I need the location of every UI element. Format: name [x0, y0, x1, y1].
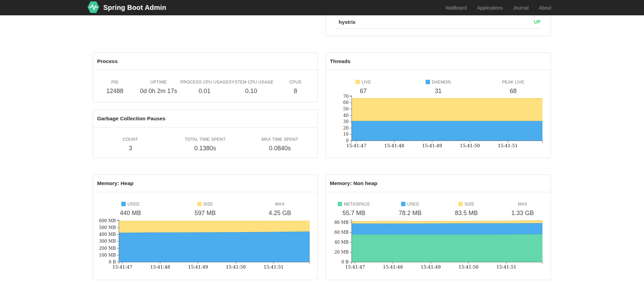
metric-value: 3 [93, 145, 168, 152]
svg-text:60: 60 [343, 100, 349, 105]
legend-swatch-used [401, 202, 405, 206]
metric-label: PID [93, 80, 137, 85]
metric-value: 0d 0h 2m 17s [137, 88, 180, 95]
svg-text:15:41:51: 15:41:51 [264, 264, 283, 270]
metric-label: USED [382, 202, 438, 207]
svg-text:100 MB: 100 MB [99, 253, 116, 258]
svg-text:15:41:50: 15:41:50 [459, 264, 478, 270]
metric-label: DAEMON [401, 80, 476, 85]
metric-label: SYSTEM CPU USAGE [229, 80, 274, 85]
metric-label: USED [93, 202, 168, 207]
metric-label: CPUS [274, 80, 317, 85]
svg-text:15:41:51: 15:41:51 [496, 264, 516, 270]
brand-title: Spring Boot Admin [103, 4, 166, 12]
metric-label: TOTAL TIME SPENT [168, 137, 242, 142]
metric-label: METASPACE [326, 202, 382, 207]
svg-text:15:41:48: 15:41:48 [150, 264, 170, 270]
metric-uptime: UPTIME 0d 0h 2m 17s [137, 80, 180, 95]
metric-label: COUNT [93, 137, 168, 142]
svg-text:0 B: 0 B [109, 259, 116, 264]
application-status-card: hystrix UP [325, 15, 551, 36]
metric-gc-count: COUNT 3 [93, 137, 168, 152]
metric-label: SIZE [168, 202, 242, 207]
nav-link-about[interactable]: About [534, 5, 551, 11]
svg-text:300 MB: 300 MB [99, 239, 116, 244]
svg-text:15:41:49: 15:41:49 [188, 264, 208, 270]
card-title: Memory: Non heap [326, 175, 551, 192]
metric-label-text: USED [127, 202, 140, 207]
svg-text:50: 50 [343, 106, 349, 111]
metric-heap-max: MAX 4.25 GB [243, 202, 317, 217]
svg-text:0: 0 [346, 138, 349, 143]
metric-gc-total-time: TOTAL TIME SPENT 0.1380s [168, 137, 242, 152]
svg-text:15:41:47: 15:41:47 [345, 264, 365, 270]
svg-text:15:41:48: 15:41:48 [383, 264, 403, 270]
process-metrics: PID 12488 UPTIME 0d 0h 2m 17s PROCESS CP… [93, 70, 317, 95]
metric-nonheap-max: MAX 1.33 GB [494, 202, 551, 217]
metric-label: MAX [243, 202, 317, 207]
heap-chart: 0 B100 MB200 MB300 MB400 MB500 MB600 MB1… [93, 216, 318, 277]
legend-swatch-metaspace [338, 202, 342, 206]
metric-label: MAX [494, 202, 551, 207]
svg-text:15:41:47: 15:41:47 [112, 264, 132, 270]
metric-value: 0.0840s [243, 145, 317, 152]
gc-metrics: COUNT 3 TOTAL TIME SPENT 0.1380s MAX TIM… [93, 127, 317, 152]
nav-link-wallboard[interactable]: Wallboard [440, 5, 472, 11]
nav-link-journal[interactable]: Journal [508, 5, 534, 11]
metric-nonheap-size: SIZE 83.5 MB [438, 202, 494, 217]
metric-process-cpu: PROCESS CPU USAGE 0.01 [180, 80, 229, 95]
svg-text:15:41:47: 15:41:47 [347, 143, 366, 148]
svg-text:40 MB: 40 MB [334, 240, 349, 245]
metric-label-text: SIZE [203, 202, 213, 207]
svg-text:15:41:48: 15:41:48 [384, 143, 404, 148]
metric-label-text: SIZE [464, 202, 474, 207]
metric-pid: PID 12488 [93, 80, 137, 95]
metric-value: 0.10 [229, 88, 274, 95]
metric-label-text: USED [407, 202, 419, 207]
card-title: Garbage Collection Pauses [93, 110, 317, 127]
metric-label: MAX TIME SPENT [243, 137, 317, 142]
metric-system-cpu: SYSTEM CPU USAGE 0.10 [229, 80, 274, 95]
metric-value: 8 [274, 88, 317, 95]
status-badge: UP [534, 19, 541, 25]
metric-label: PEAK LIVE [476, 80, 551, 85]
memory-nonheap-card: Memory: Non heap METASPACE 55.7 MB USED … [325, 174, 551, 280]
legend-swatch-live [355, 80, 360, 84]
svg-text:15:41:49: 15:41:49 [421, 264, 441, 270]
nonheap-metrics: METASPACE 55.7 MB USED 78.2 MB SIZE 83.5… [326, 192, 551, 217]
svg-text:40: 40 [343, 113, 349, 118]
metric-gc-max-time: MAX TIME SPENT 0.0840s [243, 137, 317, 152]
svg-text:30: 30 [343, 119, 349, 124]
brand[interactable]: Spring Boot Admin [88, 1, 166, 15]
metric-label: PROCESS CPU USAGE [180, 80, 229, 85]
threads-card: Threads LIVE 67 DAEMON 31 PEAK LIVE 68 0… [325, 52, 551, 158]
metric-label-text: DAEMON [432, 80, 451, 85]
svg-text:0 B: 0 B [341, 259, 349, 264]
svg-text:15:41:50: 15:41:50 [460, 143, 480, 148]
nav-link-applications[interactable]: Applications [472, 5, 508, 11]
gc-card: Garbage Collection Pauses COUNT 3 TOTAL … [93, 110, 318, 158]
application-row[interactable]: hystrix UP [335, 15, 541, 29]
metric-label: LIVE [326, 80, 401, 85]
metric-label-text: LIVE [362, 80, 371, 85]
process-card: Process PID 12488 UPTIME 0d 0h 2m 17s PR… [93, 52, 318, 102]
navbar-container: Spring Boot Admin Wallboard Applications… [93, 0, 551, 15]
metric-label: SIZE [438, 202, 494, 207]
svg-text:600 MB: 600 MB [99, 218, 116, 223]
svg-text:15:41:51: 15:41:51 [498, 143, 518, 148]
legend-swatch-size [197, 202, 202, 206]
svg-text:20: 20 [343, 125, 349, 131]
nonheap-chart: 0 B20 MB40 MB60 MB80 MB15:41:4715:41:481… [326, 216, 551, 277]
svg-text:500 MB: 500 MB [99, 225, 116, 230]
svg-text:200 MB: 200 MB [99, 246, 116, 251]
legend-swatch-used [121, 202, 126, 206]
svg-text:60 MB: 60 MB [334, 230, 349, 235]
application-name: hystrix [335, 19, 355, 25]
metric-heap-used: USED 440 MB [93, 202, 168, 217]
metric-label: UPTIME [137, 80, 180, 85]
navbar: Spring Boot Admin Wallboard Applications… [0, 0, 644, 15]
metric-label-text: METASPACE [344, 202, 370, 207]
legend-swatch-daemon [426, 80, 430, 84]
app-logo-icon [88, 1, 99, 15]
metric-value: 0.1380s [168, 145, 242, 152]
